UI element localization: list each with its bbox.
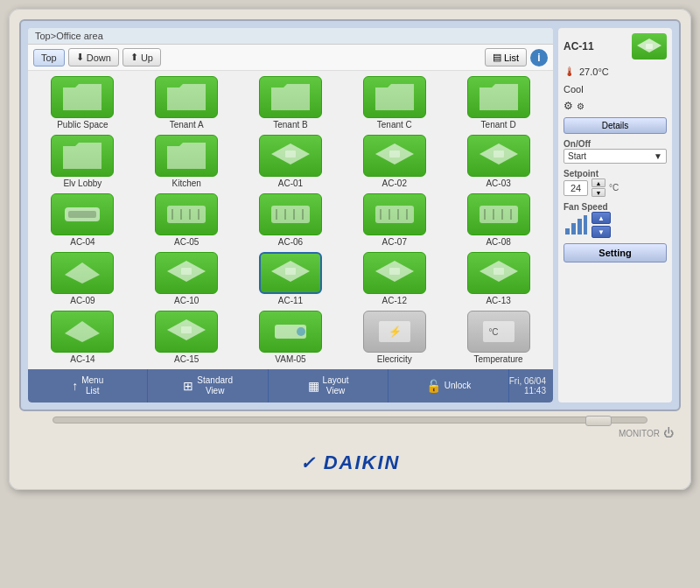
menu-list-icon: ↑ — [72, 379, 78, 393]
down-button[interactable]: ⬇ Down — [68, 48, 119, 66]
tile-t21[interactable]: AC-14 — [33, 311, 132, 364]
brightness-slider[interactable] — [52, 416, 648, 424]
toolbar: Top ⬇ Down ⬆ Up ▤ List i — [28, 45, 553, 71]
details-button[interactable]: Details — [564, 117, 667, 134]
list-button[interactable]: ▤ List — [485, 48, 527, 66]
tile-t1[interactable]: Public Space — [33, 76, 132, 130]
tile-icon-t11 — [51, 193, 114, 235]
tile-t5[interactable]: Tenant D — [449, 76, 548, 130]
fan-up-button[interactable]: ▲ — [592, 212, 611, 224]
setting-button[interactable]: Setting — [564, 243, 667, 262]
tile-icon-t20 — [467, 252, 530, 294]
tile-label-t8: AC-01 — [278, 178, 303, 188]
setpoint-value: 24 — [564, 180, 588, 196]
onoff-select[interactable]: Start ▼ — [564, 149, 667, 164]
setpoint-down-button[interactable]: ▼ — [592, 188, 606, 197]
tile-icon-t19 — [363, 252, 426, 294]
svg-rect-1 — [285, 150, 296, 158]
tile-t17[interactable]: AC-10 — [137, 252, 236, 305]
svg-marker-37 — [65, 321, 100, 342]
tile-label-t4: Tenant C — [377, 120, 412, 130]
tile-label-t7: Kitchen — [172, 178, 201, 188]
top-button[interactable]: Top — [33, 49, 65, 66]
tile-label-t18: AC-11 — [278, 296, 303, 305]
svg-rect-30 — [181, 268, 192, 275]
tile-t10[interactable]: AC-03 — [449, 135, 548, 188]
ac-unit-title: AC-11 — [564, 40, 594, 52]
setpoint-row: 24 ▲ ▼ °C — [564, 178, 667, 197]
tile-label-t3: Tenant B — [273, 120, 307, 130]
tile-t12[interactable]: AC-05 — [137, 193, 236, 247]
tile-t15[interactable]: AC-08 — [449, 193, 548, 247]
tile-t20[interactable]: AC-13 — [449, 252, 548, 305]
tile-icon-t3 — [259, 76, 322, 118]
svg-rect-39 — [181, 326, 192, 333]
date-label: Fri, 06/04 — [509, 376, 546, 386]
unlock-icon: 🔓 — [426, 379, 441, 393]
svg-rect-5 — [494, 150, 504, 158]
unlock-button[interactable]: 🔓Unlock — [388, 369, 508, 402]
svg-rect-49 — [571, 223, 576, 234]
tile-t2[interactable]: Tenant A — [137, 76, 236, 130]
tile-t8[interactable]: AC-01 — [242, 135, 340, 188]
tile-label-t15: AC-08 — [486, 237, 510, 247]
onoff-select-row: Start ▼ — [564, 149, 667, 164]
dropdown-arrow-icon: ▼ — [654, 151, 662, 161]
tile-icon-t12 — [155, 193, 218, 235]
fan-down-button[interactable]: ▼ — [592, 226, 611, 238]
svg-rect-48 — [565, 228, 570, 234]
tile-t16[interactable]: AC-09 — [33, 252, 132, 305]
tile-t7[interactable]: Kitchen — [137, 135, 236, 188]
daikin-logo: ✓ DAIKIN — [19, 443, 681, 480]
tile-t3[interactable]: Tenant B — [242, 76, 340, 130]
tile-icon-t18 — [259, 252, 322, 294]
tile-label-t25: Temperature — [474, 354, 523, 364]
tile-t18[interactable]: AC-11 — [242, 252, 340, 305]
setpoint-spinner: ▲ ▼ — [592, 178, 606, 197]
power-icon: ⏻ — [663, 427, 674, 439]
slider-thumb[interactable] — [585, 416, 612, 426]
up-button[interactable]: ⬆ Up — [122, 48, 161, 66]
info-button[interactable]: i — [530, 49, 548, 66]
tile-t24[interactable]: ⚡Elecricity — [345, 311, 444, 364]
tile-icon-t22 — [155, 311, 218, 353]
tile-t6[interactable]: Elv Lobby — [33, 135, 132, 188]
tile-t19[interactable]: AC-12 — [345, 252, 444, 305]
tile-label-t21: AC-14 — [70, 354, 94, 364]
tile-label-t13: AC-06 — [278, 237, 303, 247]
tile-t9[interactable]: AC-02 — [345, 135, 444, 188]
tile-icon-t15 — [467, 193, 530, 235]
device-body: Top>Office area Top ⬇ Down ⬆ Up ▤ List i — [9, 9, 691, 490]
tile-label-t17: AC-10 — [174, 296, 199, 305]
setpoint-up-button[interactable]: ▲ — [592, 178, 606, 187]
tile-t4[interactable]: Tenant C — [345, 76, 444, 130]
cassette-icon — [635, 37, 663, 56]
layout-view-button[interactable]: ▦LayoutView — [269, 369, 388, 402]
tile-icon-t17 — [155, 252, 218, 294]
gear-sub-icon: ⚙ — [577, 102, 584, 111]
svg-rect-50 — [578, 219, 582, 234]
standard-view-button[interactable]: ⊞StandardView — [148, 369, 268, 402]
temperature-row: 🌡 27.0°C — [564, 65, 667, 79]
layout-view-icon: ▦ — [308, 379, 319, 393]
svg-point-41 — [297, 327, 305, 336]
tile-t13[interactable]: AC-06 — [242, 193, 340, 247]
tile-label-t10: AC-03 — [486, 178, 510, 188]
tile-label-t23: VAM-05 — [275, 354, 305, 364]
tile-label-t22: AC-15 — [174, 354, 199, 364]
fan-row: ▲ ▼ — [564, 212, 667, 238]
tile-label-t14: AC-07 — [382, 237, 407, 247]
menu-list-label: MenuList — [81, 375, 103, 396]
tile-t25[interactable]: °CTemperature — [449, 311, 548, 364]
tile-t14[interactable]: AC-07 — [345, 193, 444, 247]
tile-t23[interactable]: VAM-05 — [242, 311, 340, 364]
tile-t22[interactable]: AC-15 — [137, 311, 236, 364]
thermometer-icon: 🌡 — [564, 65, 576, 79]
onoff-section: On/Off Start ▼ — [564, 139, 667, 164]
device-grid: Public SpaceTenant ATenant BTenant CTena… — [28, 71, 553, 369]
tile-label-t12: AC-05 — [174, 237, 199, 247]
list-icon: ▤ — [493, 52, 501, 63]
menu-list-button[interactable]: ↑MenuList — [28, 369, 148, 402]
tile-t11[interactable]: AC-04 — [33, 193, 132, 247]
device-bottom — [19, 411, 681, 427]
